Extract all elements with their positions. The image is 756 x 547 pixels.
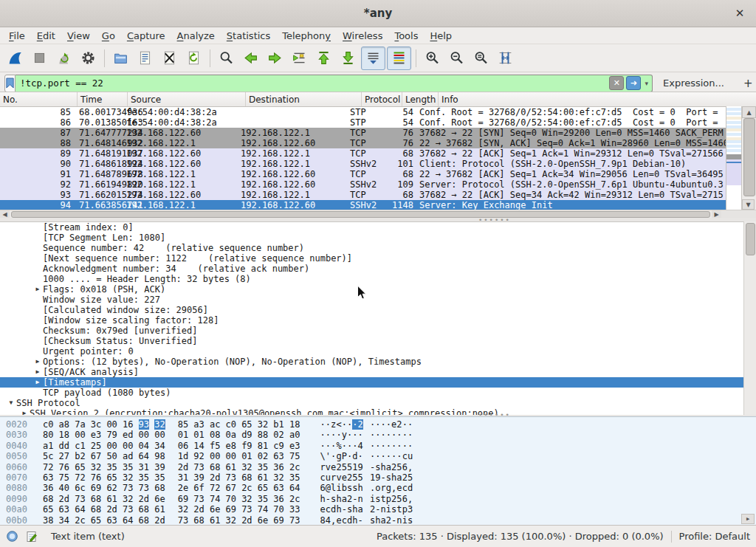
- ascii-char[interactable]: ·: [402, 430, 408, 440]
- detail-line[interactable]: [Stream index: 0]: [0, 222, 756, 233]
- hex-byte[interactable]: 33: [289, 504, 300, 515]
- ascii-char[interactable]: ·: [331, 451, 336, 461]
- hex-byte[interactable]: 32: [154, 419, 165, 430]
- go-to-top-button[interactable]: [312, 47, 335, 69]
- ascii-char[interactable]: e: [320, 504, 326, 515]
- ascii-char[interactable]: 2: [370, 504, 375, 515]
- ascii-char[interactable]: h: [391, 472, 396, 483]
- hex-byte[interactable]: 2c: [241, 483, 252, 493]
- hex-byte[interactable]: 18: [59, 430, 70, 440]
- expression-button[interactable]: Expression...: [663, 78, 724, 89]
- hex-byte[interactable]: 31: [139, 462, 150, 472]
- scroll-down-arrow-icon[interactable]: ▼: [742, 199, 755, 210]
- ascii-char[interactable]: r: [331, 472, 336, 483]
- ascii-char[interactable]: ': [326, 451, 331, 461]
- go-to-packet-button[interactable]: [288, 47, 311, 69]
- ascii-char[interactable]: <: [336, 419, 341, 430]
- ascii-char[interactable]: h: [320, 494, 326, 504]
- hex-byte[interactable]: c0: [43, 419, 54, 430]
- ascii-char[interactable]: o: [375, 483, 380, 493]
- ascii-char[interactable]: 2: [336, 462, 341, 472]
- ascii-char[interactable]: 6: [402, 462, 408, 472]
- hex-byte[interactable]: 68: [241, 472, 252, 483]
- hex-byte[interactable]: 80: [43, 430, 54, 440]
- hex-byte[interactable]: 5c: [43, 451, 54, 461]
- hex-byte[interactable]: 63: [273, 451, 284, 461]
- ascii-char[interactable]: ·: [342, 441, 347, 451]
- hex-byte[interactable]: 01: [241, 451, 252, 461]
- ascii-char[interactable]: h: [375, 515, 380, 526]
- menu-help[interactable]: Help: [424, 29, 458, 43]
- hex-byte[interactable]: a3: [193, 419, 205, 430]
- hex-byte[interactable]: 2d: [139, 494, 150, 504]
- menu-capture[interactable]: Capture: [121, 29, 171, 43]
- ascii-char[interactable]: ·: [380, 419, 385, 430]
- go-back-button[interactable]: [239, 47, 262, 69]
- ascii-char[interactable]: s: [352, 483, 357, 493]
- hex-byte[interactable]: 2d: [193, 504, 205, 515]
- ascii-char[interactable]: 9: [358, 462, 363, 472]
- hex-byte[interactable]: 32: [91, 462, 102, 472]
- hex-row-00a0[interactable]: 00a0656364682d736861322d6e6973747033ecdh…: [0, 504, 756, 515]
- hex-byte[interactable]: 32: [258, 419, 269, 430]
- packet-row-91[interactable]: 9171.648789678192.168.122.1192.168.122.6…: [0, 169, 756, 179]
- ascii-char[interactable]: 2: [347, 494, 352, 504]
- ascii-char[interactable]: 1: [370, 472, 375, 483]
- stop-capture-button[interactable]: [28, 47, 51, 69]
- ascii-char[interactable]: ·: [370, 441, 375, 451]
- ascii-char[interactable]: ·: [347, 441, 352, 451]
- hex-byte[interactable]: 01: [193, 430, 205, 440]
- hex-byte[interactable]: 2e: [178, 483, 189, 493]
- ascii-char[interactable]: ·: [352, 441, 357, 451]
- ascii-char[interactable]: ·: [331, 430, 336, 440]
- ascii-char[interactable]: ·: [352, 419, 357, 430]
- ascii-char[interactable]: t: [396, 504, 402, 515]
- hex-byte[interactable]: 2c: [289, 494, 300, 504]
- ascii-char[interactable]: l: [331, 483, 336, 493]
- ascii-char[interactable]: 4: [358, 441, 363, 451]
- packet-row-94[interactable]: 9471.663856741192.168.122.1192.168.122.6…: [0, 200, 756, 210]
- detail-line[interactable]: [TCP Segment Len: 1080]: [0, 233, 756, 243]
- packet-row-92[interactable]: 9271.661949820192.168.122.1192.168.122.6…: [0, 179, 756, 190]
- ascii-char[interactable]: p: [402, 504, 408, 515]
- hex-byte[interactable]: 76: [91, 472, 102, 483]
- ascii-char[interactable]: e: [396, 483, 402, 493]
- ascii-char[interactable]: .: [370, 483, 375, 493]
- ascii-char[interactable]: ·: [380, 451, 385, 461]
- ascii-char[interactable]: ·: [386, 441, 391, 451]
- column-header-length[interactable]: Length: [402, 92, 439, 106]
- packet-list-minimap[interactable]: [726, 106, 742, 210]
- ascii-char[interactable]: ·: [375, 441, 380, 451]
- hex-byte[interactable]: ac: [210, 419, 221, 430]
- hex-byte[interactable]: c0: [226, 419, 237, 430]
- column-header-protocol[interactable]: Protocol: [362, 92, 402, 106]
- hex-byte[interactable]: 02: [258, 451, 269, 461]
- hex-byte[interactable]: 50: [106, 451, 117, 461]
- packet-bytes-pane[interactable]: ▶ 0020c0a87a3c0016933285a3acc06532b118··…: [0, 416, 756, 526]
- ascii-char[interactable]: g: [386, 483, 391, 493]
- hex-byte[interactable]: 40: [59, 483, 70, 493]
- hex-byte[interactable]: 68: [91, 504, 102, 515]
- hex-byte[interactable]: 65: [258, 483, 269, 493]
- hex-byte[interactable]: c9: [273, 441, 284, 451]
- ascii-char[interactable]: u: [408, 451, 413, 461]
- vscroll-thumb[interactable]: [743, 118, 755, 196]
- hex-byte[interactable]: e3: [91, 430, 102, 440]
- hex-byte[interactable]: b1: [273, 419, 284, 430]
- ascii-char[interactable]: ·: [320, 430, 326, 440]
- ascii-char[interactable]: P: [342, 451, 347, 461]
- menu-file[interactable]: File: [3, 29, 31, 43]
- ascii-char[interactable]: a: [380, 515, 385, 526]
- hex-byte[interactable]: 04: [139, 441, 150, 451]
- hex-byte[interactable]: 34: [154, 441, 165, 451]
- filter-bookmark-button[interactable]: [4, 75, 16, 92]
- detail-line[interactable]: ▶[Timestamps]: [0, 377, 756, 388]
- restart-capture-button[interactable]: [52, 47, 75, 69]
- ascii-char[interactable]: ·: [386, 451, 391, 461]
- packet-row-87[interactable]: 8771.647777234192.168.122.60192.168.122.…: [0, 128, 756, 138]
- ascii-char[interactable]: i: [402, 515, 408, 526]
- hex-byte[interactable]: 85: [178, 419, 189, 430]
- hex-row-0090[interactable]: 0090682d736861322d6e697374703235362ch-sh…: [0, 494, 756, 504]
- hex-byte[interactable]: b2: [75, 451, 86, 461]
- ascii-char[interactable]: ·: [391, 451, 396, 461]
